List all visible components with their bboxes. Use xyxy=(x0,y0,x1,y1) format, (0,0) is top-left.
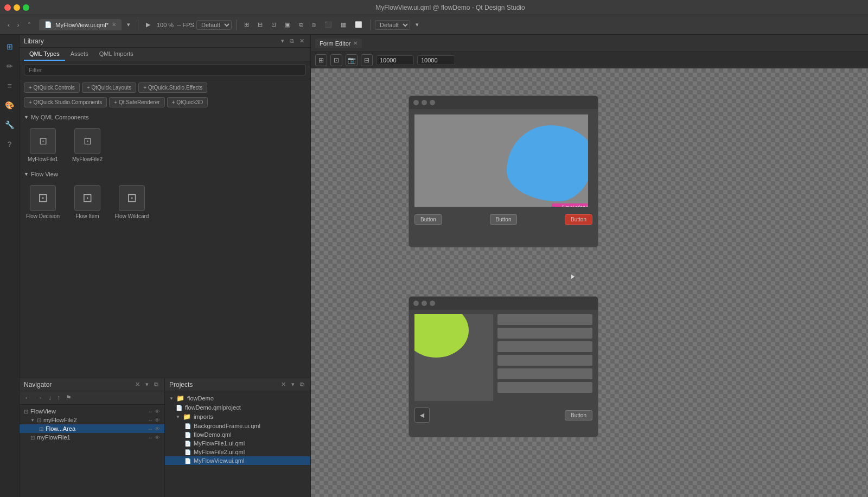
tool-btn-5[interactable]: ⧉ xyxy=(296,20,307,29)
nav-myflowfile1[interactable]: ⊡ myFlowFile1 ↔ 👁 xyxy=(20,433,164,442)
flow-btn-1[interactable]: Button xyxy=(414,214,442,225)
proj-myflowfile1[interactable]: 📄 MyFlowFile1.ui.qml xyxy=(165,439,310,448)
forward-button[interactable]: › xyxy=(14,20,23,29)
projects-collapse[interactable]: ▾ xyxy=(290,380,296,388)
myflowfile1-eye-icon[interactable]: 👁 xyxy=(155,435,160,441)
play-button[interactable]: ▶ xyxy=(143,20,154,29)
add-qt-safe-renderer[interactable]: + Qt.SafeRenderer xyxy=(109,97,164,107)
add-qtquick-studio-effects[interactable]: + QtQuick.Studio.Effects xyxy=(138,82,207,93)
flow-tl-5 xyxy=(422,301,427,306)
myflowfile2-eye-icon[interactable]: 👁 xyxy=(155,417,160,423)
navigator-collapse[interactable]: ▾ xyxy=(144,380,150,388)
mode-dropdown[interactable]: ▾ xyxy=(412,20,422,29)
navigator-close-btn[interactable]: ✕ xyxy=(133,380,142,388)
flowview-eye-icon[interactable]: 👁 xyxy=(155,409,160,415)
tool-btn-7[interactable]: ⬛ xyxy=(321,20,335,29)
library-float-btn[interactable]: ⧉ xyxy=(288,37,296,45)
flow-action-area[interactable]: ⋯ FlowActionArea xyxy=(552,203,588,207)
nav-myflowfile2[interactable]: ▼ ⊡ myFlowFile2 ↔ 👁 xyxy=(20,416,164,424)
flowarea-eye-icon[interactable]: 👁 xyxy=(155,426,160,432)
nav-flowview[interactable]: ⊡ FlowView ↔ 👁 xyxy=(20,407,164,416)
sidebar-edit-icon[interactable]: ✏ xyxy=(2,59,17,74)
flow-btn-3[interactable]: Button xyxy=(565,214,592,225)
minimize-button[interactable] xyxy=(14,4,20,11)
proj-myflowfile2[interactable]: 📄 MyFlowFile2.ui.qml xyxy=(165,448,310,456)
library-collapse-btn[interactable]: ▾ xyxy=(279,37,286,45)
separator-3 xyxy=(370,20,371,30)
sidebar-wrench-icon[interactable]: 🔧 xyxy=(2,117,17,132)
canvas-viewport[interactable]: ⋯ FlowActionArea Button Button Button xyxy=(311,68,868,497)
tool-btn-6[interactable]: ⧈ xyxy=(309,20,319,29)
proj-myflowview[interactable]: 📄 MyFlowView.ui.qml xyxy=(165,456,310,465)
add-qtquick-controls[interactable]: + QtQuick.Controls xyxy=(24,82,80,93)
tool-btn-4[interactable]: ▣ xyxy=(282,20,293,29)
nav-up-btn[interactable]: ↑ xyxy=(55,393,62,402)
nav-forward-btn[interactable]: → xyxy=(35,393,44,402)
add-qtquick-layouts[interactable]: + QtQuick.Layouts xyxy=(82,82,137,93)
fullscreen-button[interactable] xyxy=(23,4,29,11)
component-myflowfile2[interactable]: ⊡ MyFlowFile2 xyxy=(68,128,106,162)
proj-flowdemo-qml[interactable]: 📄 flowDemo.qml xyxy=(165,430,310,439)
sidebar-palette-icon[interactable]: 🎨 xyxy=(2,98,17,113)
mode-select[interactable]: Default xyxy=(375,20,410,30)
component-flow-wildcard[interactable]: ⊡ Flow Wildcard xyxy=(113,185,151,219)
sidebar-list-icon[interactable]: ≡ xyxy=(2,78,17,93)
component-myflowfile1[interactable]: ⊡ MyFlowFile1 xyxy=(24,128,62,162)
flow-back-btn[interactable]: ◄ xyxy=(414,407,430,423)
coord-x-input[interactable] xyxy=(376,55,414,65)
tool-btn-8[interactable]: ▦ xyxy=(337,20,349,29)
file-tab[interactable]: 📄 MyFlowView.ui.qml* ✕ xyxy=(39,19,122,30)
flow-btn-2[interactable]: Button xyxy=(490,214,518,225)
proj-backgroundframe[interactable]: 📄 BackgroundFrame.ui.qml xyxy=(165,422,310,430)
tool-btn-9[interactable]: ⬜ xyxy=(352,20,366,29)
proj-imports[interactable]: ▼ 📁 imports xyxy=(165,412,310,422)
component-flow-item[interactable]: ⊡ Flow Item xyxy=(68,185,106,219)
file-dropdown[interactable]: ▾ xyxy=(124,20,133,29)
component-flow-decision[interactable]: ⊡ Flow Decision xyxy=(24,185,62,219)
flow-window-1-content: ⋯ FlowActionArea Button Button Button xyxy=(409,114,598,227)
flow-bottom-btn[interactable]: Button xyxy=(565,410,592,420)
projects-close-btn[interactable]: ✕ xyxy=(279,380,288,388)
tab-qml-imports[interactable]: QML Imports xyxy=(94,48,139,61)
filter-input[interactable] xyxy=(24,65,306,75)
flowview-swap-icon[interactable]: ↔ xyxy=(148,409,153,415)
back-button[interactable]: ‹ xyxy=(4,20,13,29)
tool-btn-3[interactable]: ⊡ xyxy=(268,20,279,29)
proj-qmlproject[interactable]: 📄 flowDemo.qmlproject xyxy=(165,403,310,412)
navigator-float[interactable]: ⧉ xyxy=(152,380,160,388)
tool-btn-1[interactable]: ⊞ xyxy=(241,20,252,29)
nav-flowarea[interactable]: ⊡ Flow...Area ↔ 👁 xyxy=(20,424,164,433)
canvas-tool-1[interactable]: ⊞ xyxy=(315,54,327,66)
flowarea-swap-icon[interactable]: ↔ xyxy=(148,426,153,432)
add-qtquick-studio-components[interactable]: + QtQuick.Studio.Components xyxy=(24,97,107,107)
library-close-btn[interactable]: ✕ xyxy=(298,37,306,45)
file-tab-close[interactable]: ✕ xyxy=(112,22,116,28)
up-button[interactable]: ⌃ xyxy=(23,20,35,29)
flow-item-icon: ⊡ xyxy=(74,185,100,211)
tab-qml-types[interactable]: QML Types xyxy=(24,48,65,61)
nav-filter-btn[interactable]: ⚑ xyxy=(64,393,73,402)
sidebar-home-icon[interactable]: ⊞ xyxy=(2,39,17,54)
main-toolbar: ‹ › ⌃ 📄 MyFlowView.ui.qml* ✕ ▾ ▶ 100 % -… xyxy=(0,15,868,35)
flow-view-header[interactable]: ▼ Flow View xyxy=(24,169,306,180)
canvas-tool-2[interactable]: ⊡ xyxy=(330,54,342,66)
add-qtquick3d[interactable]: + QtQuick3D xyxy=(167,97,208,107)
sidebar-info-icon[interactable]: ? xyxy=(2,137,17,152)
projects-float[interactable]: ⧉ xyxy=(298,380,306,388)
proj-flowdemo[interactable]: ▼ 📁 flowDemo xyxy=(165,393,310,403)
form-editor-close[interactable]: ✕ xyxy=(353,40,358,46)
form-editor-tab[interactable]: Form Editor ✕ xyxy=(315,39,362,48)
myflowfile2-swap-icon[interactable]: ↔ xyxy=(148,417,153,423)
nav-down-btn[interactable]: ↓ xyxy=(47,393,53,402)
close-button[interactable] xyxy=(4,4,11,11)
canvas-tool-4[interactable]: ⊟ xyxy=(361,54,373,66)
tab-assets[interactable]: Assets xyxy=(65,48,94,61)
myflowfile2-proj-icon: 📄 xyxy=(184,449,191,455)
tool-btn-2[interactable]: ⊟ xyxy=(254,20,266,29)
fps-select[interactable]: Default xyxy=(196,20,232,30)
nav-back-btn[interactable]: ← xyxy=(23,393,33,402)
myflowfile1-swap-icon[interactable]: ↔ xyxy=(148,435,153,441)
my-qml-components-header[interactable]: ▼ My QML Components xyxy=(24,112,306,123)
coord-y-input[interactable] xyxy=(417,55,455,65)
canvas-tool-3[interactable]: 📷 xyxy=(346,54,358,66)
